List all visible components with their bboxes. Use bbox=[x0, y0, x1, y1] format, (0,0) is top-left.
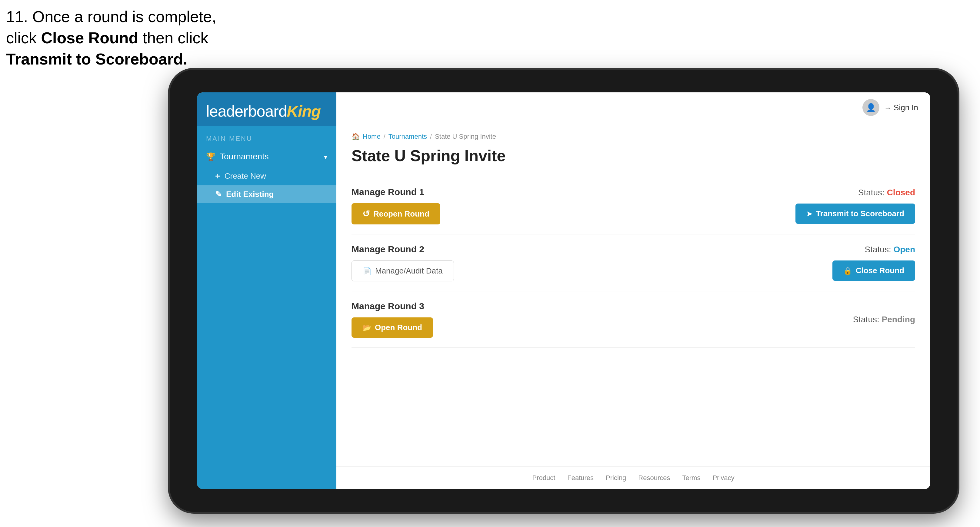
round-3-section: Manage Round 3 Open Round Status: Pendin… bbox=[352, 291, 915, 348]
manage-audit-label: Manage/Audit Data bbox=[375, 266, 443, 276]
open-round-label: Open Round bbox=[375, 323, 422, 332]
breadcrumb-sep2: / bbox=[430, 133, 432, 141]
instruction-line3: then click bbox=[138, 29, 208, 47]
edit-existing-label: Edit Existing bbox=[226, 190, 274, 199]
breadcrumb-sep1: / bbox=[383, 133, 385, 141]
footer: Product Features Pricing Resources Terms… bbox=[336, 467, 930, 489]
edit-icon bbox=[215, 190, 222, 199]
round-3-right: Status: Pending bbox=[853, 315, 915, 324]
open-icon bbox=[363, 323, 371, 332]
app-layout: leaderboardKing MAIN MENU Tournaments Cr… bbox=[197, 92, 930, 489]
manage-audit-button[interactable]: Manage/Audit Data bbox=[352, 260, 454, 281]
breadcrumb-current: State U Spring Invite bbox=[435, 133, 496, 141]
reopen-round-button[interactable]: Reopen Round bbox=[352, 203, 440, 224]
logo-king: King bbox=[287, 102, 321, 120]
trophy-icon bbox=[206, 152, 215, 162]
footer-privacy[interactable]: Privacy bbox=[713, 474, 734, 482]
instruction-line1: 11. Once a round is complete, bbox=[6, 8, 216, 25]
plus-icon bbox=[215, 171, 220, 181]
instruction-bold1: Close Round bbox=[41, 29, 138, 47]
sign-in-button[interactable]: Sign In bbox=[884, 103, 918, 113]
sidebar: leaderboardKing MAIN MENU Tournaments Cr… bbox=[197, 92, 336, 489]
footer-product[interactable]: Product bbox=[532, 474, 555, 482]
tablet-shell: leaderboardKing MAIN MENU Tournaments Cr… bbox=[170, 70, 958, 512]
sidebar-item-tournaments[interactable]: Tournaments bbox=[197, 146, 336, 167]
open-round-button[interactable]: Open Round bbox=[352, 317, 433, 338]
close-icon bbox=[843, 266, 852, 275]
transmit-scoreboard-button[interactable]: Transmit to Scoreboard bbox=[795, 203, 915, 224]
reopen-icon bbox=[363, 209, 370, 219]
round-1-section: Manage Round 1 Reopen Round Status: Clos… bbox=[352, 177, 915, 234]
main-menu-label: MAIN MENU bbox=[197, 126, 336, 146]
create-new-label: Create New bbox=[224, 171, 266, 181]
round-2-title: Manage Round 2 bbox=[352, 244, 454, 254]
round-2-section: Manage Round 2 Manage/Audit Data Status:… bbox=[352, 234, 915, 291]
round-2-status-value: Open bbox=[893, 245, 915, 254]
round-1-title: Manage Round 1 bbox=[352, 187, 440, 197]
logo-area: leaderboardKing bbox=[197, 92, 336, 126]
chevron-down-icon bbox=[324, 152, 327, 162]
round-3-status: Status: Pending bbox=[853, 315, 915, 324]
avatar bbox=[862, 99, 880, 116]
sign-in-area: Sign In bbox=[862, 99, 918, 116]
footer-resources[interactable]: Resources bbox=[638, 474, 670, 482]
sidebar-tournaments-label: Tournaments bbox=[220, 152, 269, 162]
breadcrumb-home-link[interactable]: Home bbox=[363, 133, 380, 141]
reopen-round-label: Reopen Round bbox=[373, 209, 430, 219]
content-area: 🏠 Home / Tournaments / State U Spring In… bbox=[336, 123, 930, 467]
sidebar-item-edit-existing[interactable]: Edit Existing bbox=[197, 185, 336, 203]
round-1-status-value: Closed bbox=[887, 188, 915, 197]
footer-features[interactable]: Features bbox=[567, 474, 593, 482]
instruction-line2: click bbox=[6, 29, 41, 47]
close-round-label: Close Round bbox=[856, 266, 904, 275]
instruction-text: 11. Once a round is complete, click Clos… bbox=[6, 6, 216, 70]
round-2-right: Status: Open Close Round bbox=[832, 245, 915, 281]
footer-pricing[interactable]: Pricing bbox=[606, 474, 626, 482]
logo-leaderboard: leaderboard bbox=[206, 102, 287, 120]
tablet-screen: leaderboardKing MAIN MENU Tournaments Cr… bbox=[197, 92, 930, 489]
round-3-title: Manage Round 3 bbox=[352, 301, 433, 311]
main-content: Sign In 🏠 Home / Tournaments / State U S… bbox=[336, 92, 930, 489]
user-icon bbox=[866, 103, 876, 113]
logo: leaderboardKing bbox=[206, 103, 327, 119]
instruction-bold2: Transmit to Scoreboard. bbox=[6, 50, 187, 68]
round-1-left: Manage Round 1 Reopen Round bbox=[352, 187, 440, 224]
sign-in-label: Sign In bbox=[894, 103, 918, 113]
top-nav: Sign In bbox=[336, 92, 930, 123]
footer-terms[interactable]: Terms bbox=[682, 474, 701, 482]
round-3-left: Manage Round 3 Open Round bbox=[352, 301, 433, 338]
round-1-status: Status: Closed bbox=[858, 188, 915, 197]
transmit-scoreboard-label: Transmit to Scoreboard bbox=[816, 209, 904, 218]
round-2-status: Status: Open bbox=[865, 245, 915, 254]
doc-icon bbox=[363, 266, 372, 276]
transmit-icon bbox=[807, 209, 812, 218]
signin-arrow-icon bbox=[884, 103, 891, 113]
breadcrumb-home-icon: 🏠 bbox=[352, 133, 360, 141]
round-1-right: Status: Closed Transmit to Scoreboard bbox=[795, 188, 915, 224]
page-title: State U Spring Invite bbox=[352, 147, 915, 165]
breadcrumb-tournaments-link[interactable]: Tournaments bbox=[388, 133, 427, 141]
round-3-status-value: Pending bbox=[882, 315, 915, 324]
close-round-button[interactable]: Close Round bbox=[832, 260, 915, 281]
sidebar-item-create-new[interactable]: Create New bbox=[197, 167, 336, 185]
breadcrumb: 🏠 Home / Tournaments / State U Spring In… bbox=[352, 133, 915, 141]
round-2-left: Manage Round 2 Manage/Audit Data bbox=[352, 244, 454, 281]
